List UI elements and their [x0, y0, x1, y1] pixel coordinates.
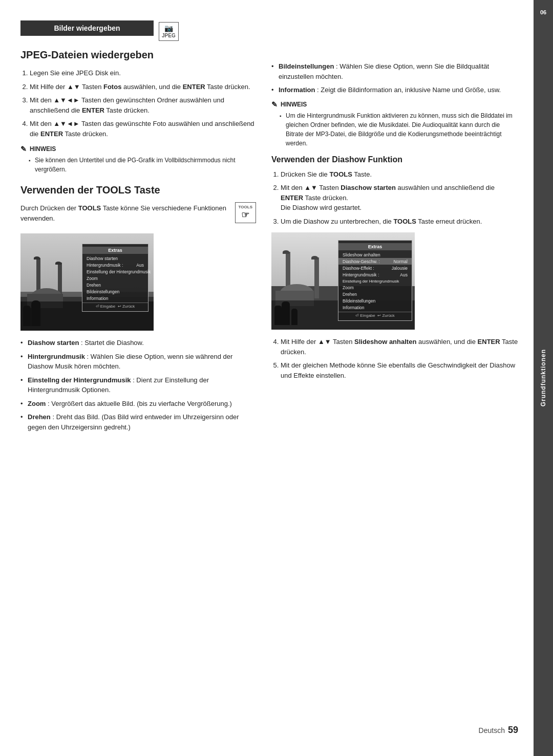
deutsch-label: Deutsch [479, 726, 505, 735]
bullet-zoom: Zoom : Vergrößert das aktuelle Bild. (bi… [20, 399, 256, 409]
bullet-hintergrundmusik: Hintergrundmusik : Wählen Sie diese Opti… [20, 352, 256, 372]
menu-item-zoom-right: Zoom [338, 284, 412, 291]
hinweis-title-right: ✎ HINWEIS [271, 100, 518, 109]
diashow-steps-list: Drücken Sie die TOOLS Taste. Mit den ▲▼ … [271, 169, 518, 227]
tools-icon-label: TOOLS [239, 205, 252, 209]
camera-symbol: 📷 [162, 24, 176, 33]
section-header-banner: Bilder wiedergeben 📷 JPEG [20, 20, 256, 45]
tools-icon: TOOLS ☞ [235, 202, 256, 223]
right-bullet-information: Information : Zeigt die Bildinformation … [271, 85, 518, 95]
jpeg-label: JPEG [162, 33, 176, 38]
menu-item-bildeinstellungen: Bildeinstellungen [82, 288, 148, 295]
menu-item-hintergrundmusik: Hintergrundmusik :Aus [82, 262, 148, 268]
diashow-step-1: Drücken Sie die TOOLS Taste. [281, 169, 518, 180]
menu-item-zoom: Zoom [82, 275, 148, 282]
menu-overlay-right: Extras Slideshow anhalten Diashow-Geschw… [338, 240, 412, 321]
menu-bg-right: Extras Slideshow anhalten Diashow-Geschw… [271, 232, 415, 330]
menu-item-slideshow: Slideshow anhalten [338, 251, 412, 258]
step-2: Mit Hilfe der ▲▼ Tasten Fotos auswählen,… [30, 82, 256, 92]
menu-item-drehen-right: Drehen [338, 291, 412, 297]
bullet-diashow: Diashow starten : Startet die Diashow. [20, 338, 256, 348]
hinweis-content-right: Um die Hintergrundmusik Funktion aktivie… [271, 111, 518, 148]
menu-item-einstellung-right: Einstellung der Hintergrundmusik [338, 278, 412, 284]
main-content: Bilder wiedergeben 📷 JPEG JPEG-Dateien w… [0, 0, 534, 756]
side-tab: 06 Grundfunktionen [534, 0, 553, 756]
menu-screenshot-left: Extras Diashow starten Hintergrundmusik … [20, 233, 154, 331]
menu-bg-left: Extras Diashow starten Hintergrundmusik … [20, 233, 154, 331]
cont-step-5: Mit der gleichen Methode könne Sie ebenf… [281, 360, 518, 380]
menu-item-einstellung: Einstellung der Hintergrundmusik [82, 268, 148, 275]
step-1: Legen Sie eine JPEG Disk ein. [30, 68, 256, 78]
bullet-einstellung: Einstellng der Hintergrundmusik : Dient … [20, 375, 256, 395]
menu-overlay-title-right: Extras [338, 243, 412, 250]
menu-overlay-left: Extras Diashow starten Hintergrundmusik … [82, 244, 148, 312]
menu-item-diashow-geschw: Diashow-Geschw. :Normal [338, 258, 412, 265]
tools-icon-symbol: ☞ [239, 209, 252, 221]
left-column: Bilder wiedergeben 📷 JPEG JPEG-Dateien w… [20, 20, 256, 704]
jpeg-icon: 📷 JPEG [159, 22, 179, 41]
hinweis-label-right: HINWEIS [281, 101, 307, 108]
two-col-layout: Bilder wiedergeben 📷 JPEG JPEG-Dateien w… [20, 20, 518, 704]
menu-item-information: Information [82, 295, 148, 301]
bullet-drehen: Drehen : Dreht das Bild. (Das Bild wird … [20, 412, 256, 432]
menu-item-bild-right: Bildeinstellungen [338, 297, 412, 304]
diashow-step-3: Um die Diashow zu unterbrechen, die TOOL… [281, 217, 518, 227]
header-banner-text: Bilder wiedergeben [54, 24, 120, 32]
right-bullet-bildeinstellungen: Bildeinstellungen : Wählen Sie diese Opt… [271, 61, 518, 81]
jpeg-section-title: JPEG-Dateien wiedergeben [20, 49, 256, 61]
hinweis-item-1-0: Sie können den Untertitel und die PG-Gra… [29, 156, 256, 174]
tools-section-title: Verwenden der TOOLS Taste [20, 184, 256, 196]
step-4: Mit den ▲▼◄► Tasten das gewünschte Foto … [30, 119, 256, 139]
page-number: 59 [508, 725, 518, 736]
side-tab-text: Grundfunktionen [540, 349, 547, 406]
tools-bullet-list: Diashow starten : Startet die Diashow. H… [20, 338, 256, 432]
diashow-section-title: Verwenden der Diashow Funktion [271, 155, 518, 164]
hinweis-item-right-0: Um die Hintergrundmusik Funktion aktivie… [280, 111, 518, 148]
hinweis-box-1: ✎ HINWEIS Sie können den Untertitel und … [20, 145, 256, 174]
hinweis-title-1: ✎ HINWEIS [20, 145, 256, 153]
menu-item-drehen: Drehen [82, 282, 148, 288]
diashow-step-2: Mit den ▲▼ Tasten Diaschow starten auswä… [281, 183, 518, 213]
menu-item-diashow-starten: Diashow starten [82, 255, 148, 262]
side-tab-number: 06 [540, 9, 546, 15]
hinweis-content-1: Sie können den Untertitel und die PG-Gra… [20, 156, 256, 174]
menu-overlay-footer-right: ⏎ Eingabe ↩ Zurück [338, 312, 412, 318]
hinweis-label-1: HINWEIS [30, 145, 56, 153]
pencil-icon-right: ✎ [271, 100, 278, 109]
menu-overlay-footer-left: ⏎ Eingabe ↩ Zurück [82, 303, 148, 309]
right-column: Bildeinstellungen : Wählen Sie diese Opt… [271, 20, 518, 704]
hinweis-box-right: ✎ HINWEIS Um die Hintergrundmusik Funkti… [271, 100, 518, 148]
cont-step-4: Mit Hilfe der ▲▼ Tasten Slideshow anhalt… [281, 337, 518, 357]
step-3: Mit den ▲▼◄► Tasten den gewünschten Ordn… [30, 95, 256, 115]
menu-item-info-right: Information [338, 304, 412, 311]
right-bullet-list: Bildeinstellungen : Wählen Sie diese Opt… [271, 61, 518, 95]
menu-item-diashow-effekt: Diashow-Effekt :Jalousie [338, 265, 412, 271]
page-footer: Deutsch 59 [20, 720, 518, 736]
tools-description: Durch Drücken der TOOLS Taste könne Sie … [20, 203, 230, 223]
menu-overlay-title-left: Extras [82, 247, 148, 254]
tools-section: Verwenden der TOOLS Taste Durch Drücken … [20, 184, 256, 432]
menu-screenshot-right: Extras Slideshow anhalten Diashow-Geschw… [271, 232, 415, 330]
jpeg-steps-list: Legen Sie eine JPEG Disk ein. Mit Hilfe … [20, 68, 256, 139]
menu-item-hintergrund-right: Hintergrundmusik :Aus [338, 271, 412, 278]
pencil-icon-1: ✎ [20, 145, 27, 153]
header-banner-bg: Bilder wiedergeben [20, 20, 154, 36]
continued-steps: Mit Hilfe der ▲▼ Tasten Slideshow anhalt… [271, 337, 518, 380]
page-container: Bilder wiedergeben 📷 JPEG JPEG-Dateien w… [0, 0, 553, 756]
